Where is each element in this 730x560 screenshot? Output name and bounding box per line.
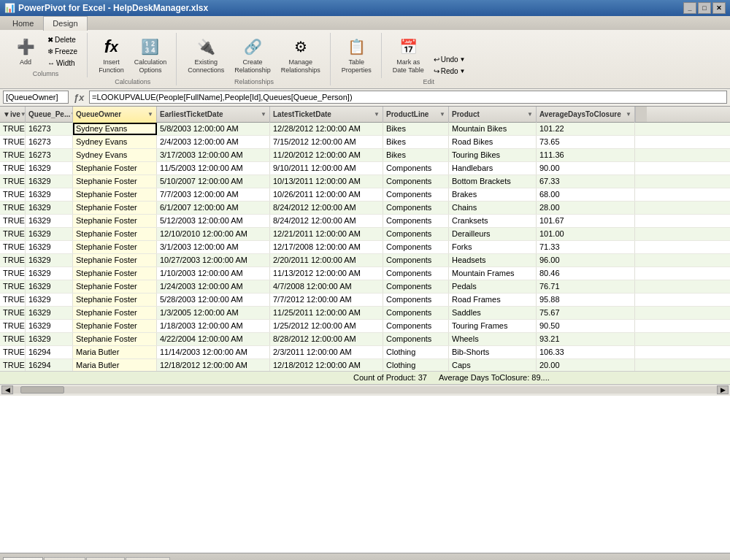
cell-active[interactable]: TRUE [0,254,26,266]
cell-productLine[interactable]: Components [383,175,449,188]
table-row[interactable]: TRUE16329Stephanie Foster11/5/2003 12:00… [0,162,730,175]
col-header-productLine[interactable]: ProductLine▼ [383,107,449,123]
cell-latestTicketDate[interactable]: 11/25/2011 12:00:00 AM [270,307,383,319]
cell-queueOwner[interactable]: Stephanie Foster [73,162,157,174]
cell-productLine[interactable]: Components [383,162,449,174]
cell-product[interactable]: Forks [449,241,537,253]
table-row[interactable]: TRUE16273Sydney Evans5/8/2003 12:00:00 A… [0,123,730,136]
cell-averageDaysToClosure[interactable]: 75.67 [537,307,635,319]
cell-averageDaysToClosure[interactable]: 28.00 [537,202,635,214]
cell-averageDaysToClosure[interactable]: 106.33 [537,346,635,358]
col-header-averageDaysToClosure[interactable]: AverageDaysToClosure▼ [537,107,635,123]
cell-earliestTicketDate[interactable]: 1/10/2003 12:00:00 AM [157,267,270,280]
cell-productLine[interactable]: Components [383,267,449,280]
cell-queue_pe[interactable]: 16329 [26,188,73,201]
cell-productLine[interactable]: Components [383,333,449,345]
cell-productLine[interactable]: Components [383,188,449,201]
cell-latestTicketDate[interactable]: 8/24/2012 12:00:00 AM [270,215,383,227]
cell-active[interactable]: TRUE [0,175,26,188]
cell-latestTicketDate[interactable]: 12/21/2011 12:00:00 AM [270,228,383,240]
table-row[interactable]: TRUE16329Stephanie Foster5/10/2007 12:00… [0,175,730,188]
cell-queue_pe[interactable]: 16329 [26,320,73,332]
cell-product[interactable]: Wheels [449,333,537,345]
undo-button[interactable]: ↩ Undo ▼ [431,54,469,65]
cell-active[interactable]: TRUE [0,123,26,135]
cell-product[interactable]: Touring Bikes [449,149,537,161]
table-row[interactable]: TRUE16329Stephanie Foster3/1/2003 12:00:… [0,241,730,254]
cell-queueOwner[interactable]: Stephanie Foster [73,333,157,345]
cell-active[interactable]: TRUE [0,202,26,214]
cell-earliestTicketDate[interactable]: 12/10/2010 12:00:00 AM [157,228,270,240]
cell-queue_pe[interactable]: 16329 [26,267,73,280]
cell-latestTicketDate[interactable]: 2/3/2011 12:00:00 AM [270,346,383,358]
cell-productLine[interactable]: Clothing [383,346,449,358]
cell-productLine[interactable]: Components [383,294,449,306]
table-row[interactable]: TRUE16329Stephanie Foster1/24/2003 12:00… [0,280,730,294]
cell-earliestTicketDate[interactable]: 2/4/2003 12:00:00 AM [157,136,270,148]
width-button[interactable]: ↔ Width [44,58,81,69]
cell-active[interactable]: TRUE [0,188,26,201]
cell-queueOwner[interactable]: Maria Butler [73,346,157,358]
cell-productLine[interactable]: Bikes [383,149,449,161]
cell-product[interactable]: Caps [449,359,537,371]
cell-latestTicketDate[interactable]: 2/20/2011 12:00:00 AM [270,254,383,266]
cell-product[interactable]: Road Bikes [449,136,537,148]
cell-product[interactable]: Headsets [449,254,537,266]
cell-queue_pe[interactable]: 16329 [26,280,73,293]
sheet-tab-datedim[interactable]: DateDim [126,557,170,560]
table-row[interactable]: TRUE16329Stephanie Foster10/27/2003 12:0… [0,254,730,267]
cell-product[interactable]: Bottom Brackets [449,175,537,188]
cell-productLine[interactable]: Components [383,241,449,253]
cell-product[interactable]: Mountain Bikes [449,123,537,135]
cell-productLine[interactable]: Components [383,320,449,332]
cell-averageDaysToClosure[interactable]: 68.00 [537,188,635,201]
delete-button[interactable]: ✖ Delete [44,34,81,45]
cell-queue_pe[interactable]: 16273 [26,123,73,135]
scroll-left-btn[interactable]: ◀ [1,386,13,394]
cell-productLine[interactable]: Bikes [383,123,449,135]
table-row[interactable]: TRUE16329Stephanie Foster5/28/2003 12:00… [0,294,730,307]
cell-product[interactable]: Chains [449,202,537,214]
table-row[interactable]: TRUE16329Stephanie Foster1/3/2005 12:00:… [0,307,730,320]
cell-active[interactable]: TRUE [0,346,26,358]
cell-earliestTicketDate[interactable]: 5/8/2003 12:00:00 AM [157,123,270,135]
minimize-btn[interactable]: _ [683,2,696,14]
cell-averageDaysToClosure[interactable]: 101.22 [537,123,635,135]
table-row[interactable]: TRUE16329Stephanie Foster1/18/2003 12:00… [0,320,730,333]
col-header-queueOwner[interactable]: QueueOwner▼ [73,107,157,123]
cell-averageDaysToClosure[interactable]: 76.71 [537,280,635,293]
cell-queue_pe[interactable]: 16329 [26,307,73,319]
cell-earliestTicketDate[interactable]: 11/5/2003 12:00:00 AM [157,162,270,174]
cell-latestTicketDate[interactable]: 1/25/2012 12:00:00 AM [270,320,383,332]
cell-queue_pe[interactable]: 16294 [26,359,73,371]
cell-latestTicketDate[interactable]: 12/18/2012 12:00:00 AM [270,359,383,371]
maximize-btn[interactable]: □ [698,2,711,14]
calculation-options-button[interactable]: 🔢 CalculationOptions [131,33,171,77]
cell-active[interactable]: TRUE [0,333,26,345]
cell-earliestTicketDate[interactable]: 5/10/2007 12:00:00 AM [157,175,270,188]
cell-queueOwner[interactable]: Stephanie Foster [73,307,157,319]
cell-productLine[interactable]: Components [383,202,449,214]
col-header-queue_pe[interactable]: Queue_Pe...▼ [26,107,73,123]
close-btn[interactable]: ✕ [712,2,726,14]
cell-averageDaysToClosure[interactable]: 95.88 [537,294,635,306]
cell-product[interactable]: Pedals [449,280,537,293]
cell-queue_pe[interactable]: 16329 [26,333,73,345]
cell-latestTicketDate[interactable]: 11/20/2012 12:00:00 AM [270,149,383,161]
cell-queue_pe[interactable]: 16329 [26,202,73,214]
table-row[interactable]: TRUE16329Stephanie Foster12/10/2010 12:0… [0,228,730,241]
cell-earliestTicketDate[interactable]: 6/1/2007 12:00:00 AM [157,202,270,214]
sheet-tab-people[interactable]: People [3,557,43,560]
table-row[interactable]: TRUE16329Stephanie Foster1/10/2003 12:00… [0,267,730,280]
cell-queueOwner[interactable]: Stephanie Foster [73,320,157,332]
table-row[interactable]: TRUE16329Stephanie Foster5/12/2003 12:00… [0,215,730,228]
cell-queueOwner[interactable]: Stephanie Foster [73,175,157,188]
cell-active[interactable]: TRUE [0,280,26,293]
cell-queue_pe[interactable]: 16329 [26,175,73,188]
cell-latestTicketDate[interactable]: 4/7/2008 12:00:00 AM [270,280,383,293]
col-header-product[interactable]: Product▼ [449,107,537,123]
table-row[interactable]: TRUE16329Stephanie Foster6/1/2007 12:00:… [0,202,730,215]
manage-relationships-button[interactable]: ⚙ ManageRelationships [277,33,324,77]
cell-queueOwner[interactable]: Stephanie Foster [73,202,157,214]
cell-latestTicketDate[interactable]: 12/28/2012 12:00:00 AM [270,123,383,135]
